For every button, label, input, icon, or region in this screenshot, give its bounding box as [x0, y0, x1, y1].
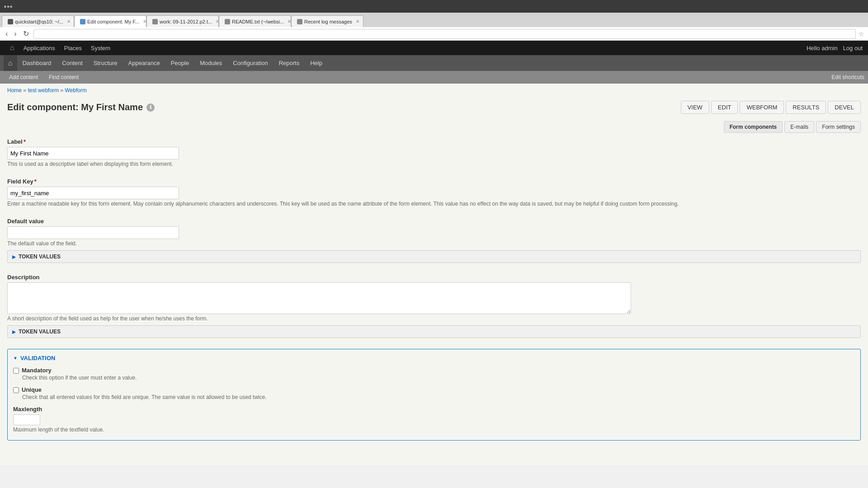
admin-nav-places[interactable]: Places [60, 41, 86, 55]
token-arrow-icon: ▶ [12, 254, 16, 259]
secondary-nav: Add content Find content Edit shortcuts [0, 71, 868, 84]
hello-admin-text: Hello admin [807, 45, 838, 52]
logout-link[interactable]: Log out [843, 45, 863, 52]
admin-nav-system[interactable]: System [86, 41, 115, 55]
bookmark-icon[interactable]: ☆ [859, 30, 864, 38]
admin-bar: ⌂ Applications Places System Hello admin… [0, 41, 868, 55]
maxlength-input[interactable] [13, 414, 40, 425]
nav-structure[interactable]: Structure [88, 55, 123, 71]
maxlength-group: Maxlength Maximum length of the textfiel… [13, 406, 855, 433]
description-textarea-wrap [7, 282, 861, 314]
default-value-token-section: ▶ TOKEN VALUES [7, 250, 861, 263]
unique-label[interactable]: Unique [13, 386, 855, 393]
default-value-help-text: The default value of the field. [7, 240, 861, 247]
description-group: Description A short description of the f… [7, 274, 861, 338]
tab-edit[interactable]: EDIT [711, 101, 738, 114]
field-key-group: Field Key* Enter a machine readable key … [7, 178, 861, 207]
description-token-toggle[interactable]: ▶ TOKEN VALUES [8, 326, 860, 338]
nav-dashboard[interactable]: Dashboard [17, 55, 57, 71]
description-token-arrow-icon: ▶ [12, 329, 16, 334]
validation-section: ▼ VALIDATION Mandatory Check this option… [7, 349, 861, 441]
maxlength-help-text: Maximum length of the textfield value. [13, 427, 855, 433]
form-tab-settings[interactable]: Form settings [816, 121, 861, 133]
default-value-label: Default value [7, 218, 861, 225]
label-field-label: Label* [7, 138, 861, 145]
reload-button[interactable]: ↻ [21, 28, 31, 39]
nav-reports[interactable]: Reports [274, 55, 305, 71]
forward-button[interactable]: › [12, 29, 18, 39]
top-nav: ⌂ Dashboard Content Structure Appearance… [0, 55, 868, 71]
breadcrumb-test-webform[interactable]: test webform [28, 87, 59, 94]
description-textarea[interactable] [7, 282, 631, 314]
nav-modules[interactable]: Modules [194, 55, 227, 71]
field-key-label: Field Key* [7, 178, 861, 185]
edit-shortcuts-link[interactable]: Edit shortcuts [831, 74, 864, 80]
description-token-section: ▶ TOKEN VALUES [7, 325, 861, 338]
mandatory-help-text: Check this option if the user must enter… [22, 375, 855, 381]
tab-edit-component[interactable]: Edit component: My F... ✕ [74, 15, 146, 27]
nav-home[interactable]: ⌂ [4, 55, 17, 71]
address-bar: ‹ › ↻ salesforce.dev/node/1/webform/comp… [0, 27, 868, 41]
tab-devel[interactable]: DEVEL [828, 101, 861, 114]
nav-help[interactable]: Help [305, 55, 328, 71]
label-group: Label* This is used as a descriptive lab… [7, 138, 861, 167]
tab-recent-logs[interactable]: Recent log messages ✕ [291, 15, 363, 27]
admin-bar-right: Hello admin Log out [807, 45, 863, 52]
browser-bar: ●●● [0, 0, 868, 13]
default-value-group: Default value The default value of the f… [7, 218, 861, 263]
field-key-input[interactable] [7, 187, 179, 199]
title-info-icon[interactable]: ℹ [146, 103, 155, 112]
tab-readme[interactable]: README.txt (~/websi... ✕ [219, 15, 291, 27]
tab-results[interactable]: RESULTS [786, 101, 826, 114]
field-key-help-text: Enter a machine readable key for this fo… [7, 201, 861, 207]
maxlength-label: Maxlength [13, 406, 855, 413]
unique-checkbox[interactable] [13, 387, 19, 393]
address-input[interactable]: salesforce.dev/node/1/webform/components… [33, 29, 856, 39]
tab-terminal[interactable]: quickstart@qs10: ~/... ✕ [2, 15, 74, 27]
mandatory-label[interactable]: Mandatory [13, 367, 855, 374]
nav-appearance[interactable]: Appearance [123, 55, 165, 71]
form-tabs: Form components E-mails Form settings [0, 119, 868, 136]
find-content-link[interactable]: Find content [43, 71, 84, 84]
nav-configuration[interactable]: Configuration [227, 55, 273, 71]
page-title-area: Edit component: My First Name ℹ VIEW EDI… [0, 97, 868, 119]
default-value-input[interactable] [7, 226, 179, 239]
validation-header[interactable]: ▼ VALIDATION [13, 355, 855, 361]
breadcrumb-webform[interactable]: Webform [65, 87, 86, 94]
tab-work[interactable]: work: 09-11-2012.p2.t... ✕ [146, 15, 219, 27]
default-value-token-toggle[interactable]: ▶ TOKEN VALUES [8, 251, 860, 263]
tab-view[interactable]: VIEW [681, 101, 709, 114]
admin-bar-left: ⌂ Applications Places System [5, 41, 115, 55]
browser-tab-bar: quickstart@qs10: ~/... ✕ Edit component:… [0, 13, 868, 27]
view-tabs: VIEW EDIT WEBFORM RESULTS DEVEL [681, 101, 861, 114]
tab-webform[interactable]: WEBFORM [740, 101, 784, 114]
main-form-content: Label* This is used as a descriptive lab… [0, 136, 868, 451]
add-content-link[interactable]: Add content [4, 71, 43, 84]
breadcrumb-home[interactable]: Home [7, 87, 22, 94]
nav-content[interactable]: Content [57, 55, 88, 71]
form-tab-components[interactable]: Form components [724, 121, 783, 133]
validation-arrow-icon: ▼ [13, 356, 18, 361]
description-label: Description [7, 274, 861, 281]
mandatory-group: Mandatory Check this option if the user … [13, 367, 855, 381]
breadcrumb: Home » test webform » Webform [0, 84, 868, 97]
unique-help-text: Check that all entered values for this f… [22, 394, 855, 400]
description-help-text: A short description of the field used as… [7, 315, 861, 322]
form-tab-emails[interactable]: E-mails [784, 121, 814, 133]
home-icon-admin[interactable]: ⌂ [5, 41, 19, 55]
admin-nav-applications[interactable]: Applications [19, 41, 60, 55]
page-title: Edit component: My First Name ℹ [7, 102, 155, 113]
mandatory-checkbox[interactable] [13, 368, 19, 374]
label-input[interactable] [7, 147, 179, 160]
unique-group: Unique Check that all entered values for… [13, 386, 855, 400]
back-button[interactable]: ‹ [4, 29, 9, 39]
label-help-text: This is used as a descriptive label when… [7, 161, 861, 167]
nav-people[interactable]: People [165, 55, 194, 71]
